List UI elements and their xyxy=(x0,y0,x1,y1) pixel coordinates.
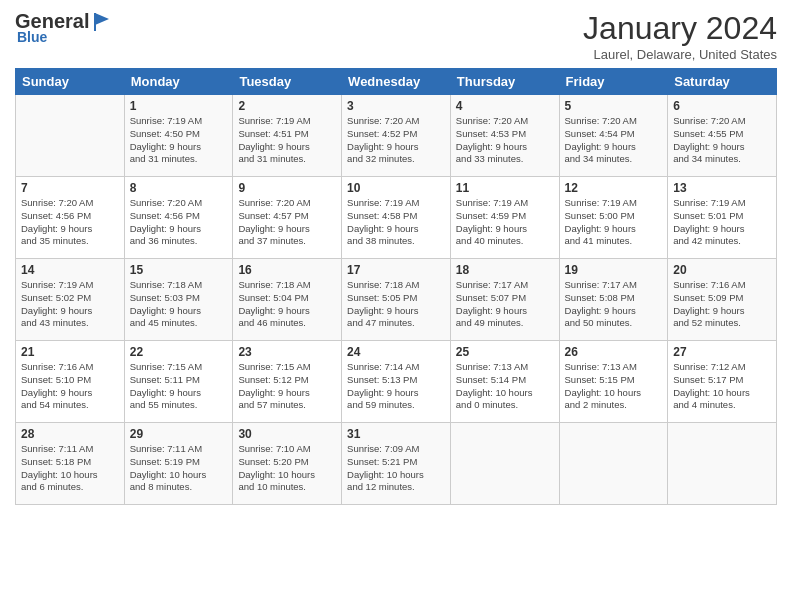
calendar-cell: 6Sunrise: 7:20 AMSunset: 4:55 PMDaylight… xyxy=(668,95,777,177)
day-detail: Sunrise: 7:20 AMSunset: 4:55 PMDaylight:… xyxy=(673,115,771,166)
day-detail: Sunrise: 7:19 AMSunset: 4:51 PMDaylight:… xyxy=(238,115,336,166)
day-number: 7 xyxy=(21,181,119,195)
day-number: 24 xyxy=(347,345,445,359)
day-number: 14 xyxy=(21,263,119,277)
calendar-cell: 12Sunrise: 7:19 AMSunset: 5:00 PMDayligh… xyxy=(559,177,668,259)
day-number: 31 xyxy=(347,427,445,441)
day-detail: Sunrise: 7:19 AMSunset: 5:00 PMDaylight:… xyxy=(565,197,663,248)
day-detail: Sunrise: 7:13 AMSunset: 5:15 PMDaylight:… xyxy=(565,361,663,412)
calendar-cell: 29Sunrise: 7:11 AMSunset: 5:19 PMDayligh… xyxy=(124,423,233,505)
calendar-cell: 5Sunrise: 7:20 AMSunset: 4:54 PMDaylight… xyxy=(559,95,668,177)
day-number: 27 xyxy=(673,345,771,359)
calendar-cell: 17Sunrise: 7:18 AMSunset: 5:05 PMDayligh… xyxy=(342,259,451,341)
day-detail: Sunrise: 7:20 AMSunset: 4:57 PMDaylight:… xyxy=(238,197,336,248)
day-detail: Sunrise: 7:17 AMSunset: 5:08 PMDaylight:… xyxy=(565,279,663,330)
calendar-cell: 20Sunrise: 7:16 AMSunset: 5:09 PMDayligh… xyxy=(668,259,777,341)
calendar-week-5: 28Sunrise: 7:11 AMSunset: 5:18 PMDayligh… xyxy=(16,423,777,505)
calendar-cell xyxy=(668,423,777,505)
day-number: 5 xyxy=(565,99,663,113)
day-detail: Sunrise: 7:17 AMSunset: 5:07 PMDaylight:… xyxy=(456,279,554,330)
calendar-week-3: 14Sunrise: 7:19 AMSunset: 5:02 PMDayligh… xyxy=(16,259,777,341)
col-wednesday: Wednesday xyxy=(342,69,451,95)
day-detail: Sunrise: 7:19 AMSunset: 5:02 PMDaylight:… xyxy=(21,279,119,330)
day-number: 22 xyxy=(130,345,228,359)
calendar-cell: 13Sunrise: 7:19 AMSunset: 5:01 PMDayligh… xyxy=(668,177,777,259)
day-detail: Sunrise: 7:18 AMSunset: 5:05 PMDaylight:… xyxy=(347,279,445,330)
calendar-cell: 23Sunrise: 7:15 AMSunset: 5:12 PMDayligh… xyxy=(233,341,342,423)
col-sunday: Sunday xyxy=(16,69,125,95)
day-number: 10 xyxy=(347,181,445,195)
day-number: 12 xyxy=(565,181,663,195)
calendar-cell: 9Sunrise: 7:20 AMSunset: 4:57 PMDaylight… xyxy=(233,177,342,259)
day-detail: Sunrise: 7:13 AMSunset: 5:14 PMDaylight:… xyxy=(456,361,554,412)
day-detail: Sunrise: 7:18 AMSunset: 5:04 PMDaylight:… xyxy=(238,279,336,330)
day-detail: Sunrise: 7:16 AMSunset: 5:10 PMDaylight:… xyxy=(21,361,119,412)
day-number: 30 xyxy=(238,427,336,441)
title-area: January 2024 Laurel, Delaware, United St… xyxy=(583,10,777,62)
day-detail: Sunrise: 7:09 AMSunset: 5:21 PMDaylight:… xyxy=(347,443,445,494)
svg-marker-0 xyxy=(95,13,109,25)
day-detail: Sunrise: 7:20 AMSunset: 4:56 PMDaylight:… xyxy=(21,197,119,248)
day-detail: Sunrise: 7:11 AMSunset: 5:19 PMDaylight:… xyxy=(130,443,228,494)
day-number: 17 xyxy=(347,263,445,277)
calendar-week-2: 7Sunrise: 7:20 AMSunset: 4:56 PMDaylight… xyxy=(16,177,777,259)
location-subtitle: Laurel, Delaware, United States xyxy=(583,47,777,62)
calendar-cell xyxy=(450,423,559,505)
day-number: 13 xyxy=(673,181,771,195)
header-area: General Blue January 2024 Laurel, Delawa… xyxy=(15,10,777,62)
day-detail: Sunrise: 7:18 AMSunset: 5:03 PMDaylight:… xyxy=(130,279,228,330)
col-tuesday: Tuesday xyxy=(233,69,342,95)
day-detail: Sunrise: 7:19 AMSunset: 4:59 PMDaylight:… xyxy=(456,197,554,248)
calendar-cell: 4Sunrise: 7:20 AMSunset: 4:53 PMDaylight… xyxy=(450,95,559,177)
calendar-cell: 28Sunrise: 7:11 AMSunset: 5:18 PMDayligh… xyxy=(16,423,125,505)
calendar-cell: 31Sunrise: 7:09 AMSunset: 5:21 PMDayligh… xyxy=(342,423,451,505)
day-number: 16 xyxy=(238,263,336,277)
calendar-week-1: 1Sunrise: 7:19 AMSunset: 4:50 PMDaylight… xyxy=(16,95,777,177)
calendar-cell: 16Sunrise: 7:18 AMSunset: 5:04 PMDayligh… xyxy=(233,259,342,341)
day-detail: Sunrise: 7:10 AMSunset: 5:20 PMDaylight:… xyxy=(238,443,336,494)
header-row: Sunday Monday Tuesday Wednesday Thursday… xyxy=(16,69,777,95)
calendar-table: Sunday Monday Tuesday Wednesday Thursday… xyxy=(15,68,777,505)
day-detail: Sunrise: 7:19 AMSunset: 5:01 PMDaylight:… xyxy=(673,197,771,248)
calendar-cell xyxy=(16,95,125,177)
day-number: 3 xyxy=(347,99,445,113)
logo: General Blue xyxy=(15,10,113,45)
day-number: 4 xyxy=(456,99,554,113)
day-detail: Sunrise: 7:15 AMSunset: 5:11 PMDaylight:… xyxy=(130,361,228,412)
calendar-cell: 18Sunrise: 7:17 AMSunset: 5:07 PMDayligh… xyxy=(450,259,559,341)
calendar-cell: 15Sunrise: 7:18 AMSunset: 5:03 PMDayligh… xyxy=(124,259,233,341)
calendar-cell: 25Sunrise: 7:13 AMSunset: 5:14 PMDayligh… xyxy=(450,341,559,423)
month-title: January 2024 xyxy=(583,10,777,47)
svg-rect-1 xyxy=(94,13,96,31)
day-detail: Sunrise: 7:11 AMSunset: 5:18 PMDaylight:… xyxy=(21,443,119,494)
col-friday: Friday xyxy=(559,69,668,95)
calendar-cell: 19Sunrise: 7:17 AMSunset: 5:08 PMDayligh… xyxy=(559,259,668,341)
calendar-week-4: 21Sunrise: 7:16 AMSunset: 5:10 PMDayligh… xyxy=(16,341,777,423)
col-saturday: Saturday xyxy=(668,69,777,95)
day-number: 6 xyxy=(673,99,771,113)
day-number: 8 xyxy=(130,181,228,195)
col-thursday: Thursday xyxy=(450,69,559,95)
day-number: 19 xyxy=(565,263,663,277)
day-detail: Sunrise: 7:20 AMSunset: 4:53 PMDaylight:… xyxy=(456,115,554,166)
day-detail: Sunrise: 7:19 AMSunset: 4:50 PMDaylight:… xyxy=(130,115,228,166)
day-detail: Sunrise: 7:20 AMSunset: 4:54 PMDaylight:… xyxy=(565,115,663,166)
day-number: 20 xyxy=(673,263,771,277)
calendar-cell: 3Sunrise: 7:20 AMSunset: 4:52 PMDaylight… xyxy=(342,95,451,177)
day-number: 18 xyxy=(456,263,554,277)
day-detail: Sunrise: 7:20 AMSunset: 4:52 PMDaylight:… xyxy=(347,115,445,166)
calendar-container: General Blue January 2024 Laurel, Delawa… xyxy=(0,0,792,515)
day-detail: Sunrise: 7:20 AMSunset: 4:56 PMDaylight:… xyxy=(130,197,228,248)
day-number: 11 xyxy=(456,181,554,195)
calendar-cell: 26Sunrise: 7:13 AMSunset: 5:15 PMDayligh… xyxy=(559,341,668,423)
calendar-cell: 27Sunrise: 7:12 AMSunset: 5:17 PMDayligh… xyxy=(668,341,777,423)
calendar-cell: 10Sunrise: 7:19 AMSunset: 4:58 PMDayligh… xyxy=(342,177,451,259)
day-number: 9 xyxy=(238,181,336,195)
logo-blue-text: Blue xyxy=(17,29,47,45)
calendar-cell: 7Sunrise: 7:20 AMSunset: 4:56 PMDaylight… xyxy=(16,177,125,259)
calendar-cell: 24Sunrise: 7:14 AMSunset: 5:13 PMDayligh… xyxy=(342,341,451,423)
day-number: 26 xyxy=(565,345,663,359)
day-detail: Sunrise: 7:12 AMSunset: 5:17 PMDaylight:… xyxy=(673,361,771,412)
day-number: 23 xyxy=(238,345,336,359)
calendar-cell: 22Sunrise: 7:15 AMSunset: 5:11 PMDayligh… xyxy=(124,341,233,423)
